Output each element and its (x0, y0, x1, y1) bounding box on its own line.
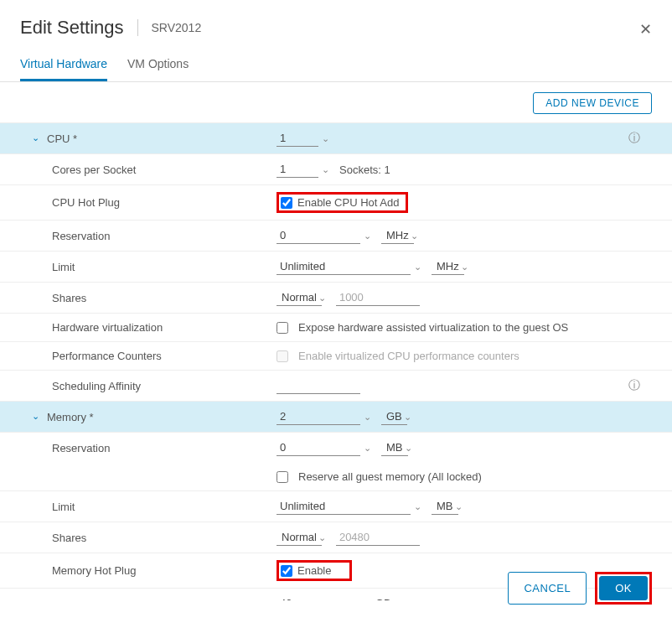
cpu-limit-label: Limit (52, 261, 75, 273)
chevron-down-icon[interactable]: ⌄ (411, 231, 418, 241)
cores-per-socket-select[interactable] (277, 161, 318, 178)
cpu-reservation-unit-select[interactable]: MHz (381, 227, 414, 244)
memory-reservation-label: Reservation (52, 442, 110, 454)
tab-vm-options[interactable]: VM Options (127, 49, 189, 81)
chevron-down-icon[interactable] (32, 411, 42, 422)
ok-button[interactable]: OK (599, 576, 648, 600)
chevron-down-icon[interactable]: ⌄ (322, 133, 329, 144)
chevron-down-icon[interactable]: ⌄ (461, 262, 468, 272)
scheduling-affinity-label: Scheduling Affinity (52, 380, 141, 392)
sockets-count-label: Sockets: 1 (339, 163, 390, 176)
reserve-all-memory-label: Reserve all guest memory (All locked) (298, 470, 482, 483)
cpu-section-header[interactable]: CPU * ⌄ ⓘ (0, 123, 672, 154)
memory-limit-row: Limit ⌄ MB⌄ (0, 491, 672, 522)
memory-shares-label: Shares (52, 532, 86, 544)
cpu-reservation-label: Reservation (52, 230, 110, 242)
cpu-shares-value (336, 289, 420, 306)
cores-per-socket-row: Cores per Socket ⌄ Sockets: 1 (0, 154, 672, 185)
cpu-hot-plug-label: CPU Hot Plug (52, 196, 120, 209)
cpu-hot-plug-row: CPU Hot Plug Enable CPU Hot Add (0, 185, 672, 221)
chevron-down-icon[interactable]: ⌄ (414, 501, 421, 512)
chevron-down-icon[interactable]: ⌄ (318, 532, 326, 543)
hw-virtualization-checkbox[interactable] (277, 322, 288, 334)
perf-counters-checkbox (277, 350, 288, 362)
cpu-label: CPU * (47, 132, 77, 145)
memory-limit-input[interactable] (277, 498, 411, 515)
perf-counters-label: Performance Counters (52, 350, 162, 362)
memory-label: Memory * (47, 411, 94, 423)
perf-counters-row: Performance Counters Enable virtualized … (0, 342, 672, 371)
memory-reservation-row: Reservation ⌄ MB⌄ (0, 433, 672, 463)
dialog-footer: CANCEL OK (0, 558, 672, 628)
chevron-down-icon[interactable] (32, 132, 42, 143)
cpu-reservation-input[interactable] (277, 227, 360, 244)
highlight-ok-button: OK (595, 572, 652, 605)
hw-virtualization-label: Hardware virtualization (52, 321, 163, 334)
memory-size-input[interactable] (277, 408, 360, 425)
cores-per-socket-label: Cores per Socket (52, 163, 136, 176)
chevron-down-icon[interactable]: ⌄ (455, 501, 463, 512)
cpu-limit-unit-select[interactable]: MHz (432, 258, 464, 275)
info-icon[interactable]: ⓘ (628, 378, 640, 393)
tab-bar: Virtual Hardware VM Options (0, 49, 672, 82)
add-new-device-button[interactable]: ADD NEW DEVICE (533, 92, 652, 114)
dialog-title: Edit Settings (20, 17, 124, 39)
settings-list[interactable]: CPU * ⌄ ⓘ Cores per Socket ⌄ Sockets: 1 … (0, 122, 672, 600)
chevron-down-icon[interactable]: ⌄ (405, 443, 412, 454)
chevron-down-icon[interactable]: ⌄ (318, 293, 326, 304)
info-icon[interactable]: ⓘ (628, 131, 640, 146)
cpu-hot-add-checkbox[interactable] (281, 197, 292, 209)
memory-section-header[interactable]: Memory * ⌄ GB⌄ (0, 402, 672, 433)
hw-virtualization-row: Hardware virtualization Expose hardware … (0, 314, 672, 342)
memory-shares-value (336, 529, 420, 546)
chevron-down-icon[interactable]: ⌄ (414, 262, 421, 272)
scheduling-affinity-row: Scheduling Affinity ⓘ (0, 371, 672, 402)
perf-counters-checkbox-label: Enable virtualized CPU performance count… (298, 350, 520, 362)
toolbar: ADD NEW DEVICE (0, 82, 672, 122)
reserve-all-memory-row: Reserve all guest memory (All locked) (0, 463, 672, 491)
close-icon[interactable]: ✕ (639, 20, 652, 39)
dialog-header: Edit Settings SRV2012 ✕ (0, 0, 672, 49)
chevron-down-icon[interactable]: ⌄ (404, 412, 411, 423)
cpu-shares-label: Shares (52, 292, 86, 304)
highlight-cpu-hot-add: Enable CPU Hot Add (277, 192, 408, 213)
cpu-limit-input[interactable] (277, 258, 411, 275)
tab-virtual-hardware[interactable]: Virtual Hardware (20, 49, 107, 81)
cpu-shares-mode-select[interactable]: Normal (277, 289, 322, 306)
cpu-limit-row: Limit ⌄ MHz⌄ (0, 252, 672, 283)
chevron-down-icon[interactable]: ⌄ (364, 443, 371, 454)
memory-shares-mode-select[interactable]: Normal (277, 529, 322, 546)
dialog-subtitle: SRV2012 (152, 21, 202, 34)
memory-limit-label: Limit (52, 501, 75, 513)
scheduling-affinity-input[interactable] (277, 377, 360, 394)
memory-shares-row: Shares Normal⌄ (0, 522, 672, 553)
memory-reservation-input[interactable] (277, 439, 360, 456)
chevron-down-icon[interactable]: ⌄ (364, 412, 371, 423)
cpu-hot-add-checkbox-label: Enable CPU Hot Add (297, 196, 399, 209)
chevron-down-icon[interactable]: ⌄ (364, 231, 371, 241)
cpu-count-select[interactable] (277, 130, 318, 147)
cpu-reservation-row: Reservation ⌄ MHz⌄ (0, 221, 672, 252)
cpu-shares-row: Shares Normal⌄ (0, 283, 672, 314)
hw-virtualization-checkbox-label: Expose hardware assisted virtualization … (298, 321, 568, 334)
chevron-down-icon[interactable]: ⌄ (322, 164, 329, 175)
title-divider (137, 19, 138, 36)
reserve-all-memory-checkbox[interactable] (277, 471, 288, 483)
cancel-button[interactable]: CANCEL (508, 572, 587, 605)
edit-settings-dialog: Edit Settings SRV2012 ✕ Virtual Hardware… (0, 0, 672, 628)
